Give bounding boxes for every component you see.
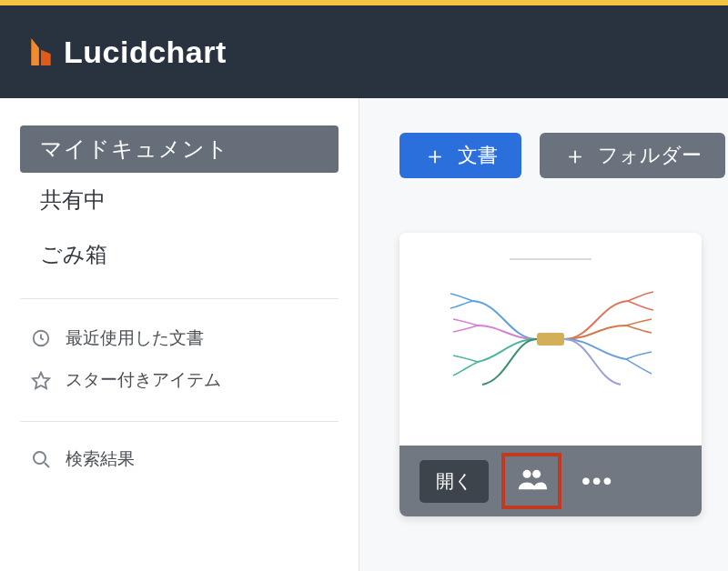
lucidchart-logo-icon	[27, 36, 55, 67]
sidebar-item-shared[interactable]: 共有中	[20, 173, 339, 227]
sidebar-item-label: マイドキュメント	[40, 136, 229, 161]
document-card-toolbar: 開く •••	[399, 446, 702, 516]
search-icon	[29, 447, 53, 471]
svg-marker-1	[41, 50, 51, 65]
svg-point-4	[34, 452, 46, 464]
main-content: ＋ 文書 ＋ フォルダー	[359, 98, 728, 571]
mindmap-icon	[428, 275, 673, 403]
sidebar-item-trash[interactable]: ごみ箱	[20, 227, 339, 282]
svg-rect-6	[537, 333, 564, 346]
svg-line-5	[45, 463, 49, 467]
svg-point-8	[532, 470, 541, 478]
new-document-button[interactable]: ＋ 文書	[399, 133, 521, 178]
app-header: Lucidchart	[0, 5, 728, 98]
share-button[interactable]	[501, 453, 561, 509]
star-icon	[29, 368, 53, 392]
button-label: 文書	[458, 142, 498, 169]
sidebar-item-label: 最近使用した文書	[66, 326, 204, 350]
sidebar-item-starred[interactable]: スター付きアイテム	[20, 359, 339, 401]
action-buttons-row: ＋ 文書 ＋ フォルダー	[399, 133, 728, 178]
button-label: フォルダー	[598, 142, 702, 169]
ellipsis-icon: •••	[581, 466, 613, 495]
sidebar-item-recent[interactable]: 最近使用した文書	[20, 317, 339, 359]
sidebar: マイドキュメント 共有中 ごみ箱 最近使用した文書	[0, 98, 359, 571]
people-icon	[516, 464, 547, 498]
sidebar-item-label: 検索結果	[66, 447, 135, 471]
sidebar-item-label: 共有中	[40, 187, 106, 212]
sidebar-item-label: スター付きアイテム	[66, 368, 221, 392]
svg-marker-3	[33, 373, 49, 388]
new-folder-button[interactable]: ＋ フォルダー	[540, 133, 725, 178]
sidebar-item-search-results[interactable]: 検索結果	[0, 438, 359, 480]
open-document-button[interactable]: 開く	[420, 460, 489, 503]
svg-marker-0	[31, 38, 39, 65]
thumbnail-subline	[510, 258, 592, 260]
brand-name: Lucidchart	[64, 35, 227, 70]
divider	[20, 298, 339, 299]
button-label: 開く	[436, 471, 472, 491]
brand-logo[interactable]: Lucidchart	[27, 35, 227, 70]
sidebar-item-label: ごみ箱	[40, 242, 107, 266]
sidebar-item-my-documents[interactable]: マイドキュメント	[20, 125, 339, 173]
document-thumbnail	[399, 233, 702, 446]
divider	[20, 421, 339, 422]
plus-icon: ＋	[423, 144, 447, 167]
plus-icon: ＋	[563, 144, 587, 167]
thumbnail-heading-placeholder	[399, 247, 702, 255]
document-card[interactable]: 開く •••	[399, 233, 702, 516]
svg-point-7	[523, 470, 531, 478]
more-options-button[interactable]: •••	[574, 459, 621, 503]
clock-icon	[29, 326, 53, 350]
